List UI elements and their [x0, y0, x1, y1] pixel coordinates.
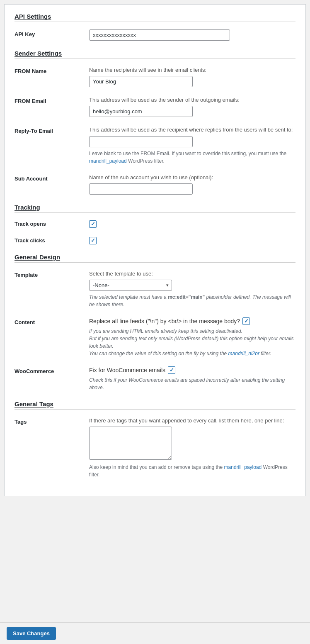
- content-checkbox[interactable]: [242, 317, 250, 325]
- content-notes: If you are sending HTML emails already k…: [89, 327, 295, 357]
- template-row: Template Select the template to use: -No…: [15, 270, 295, 308]
- general-design-title: General Design: [15, 254, 295, 263]
- from-name-row: FROM Name Name the recipients will see i…: [15, 66, 295, 87]
- template-note: The selected template must have a mc:edi…: [89, 293, 295, 308]
- template-select[interactable]: -None-: [89, 280, 172, 291]
- mandrill-payload-link-2[interactable]: mandrill_payload: [224, 464, 262, 470]
- page-wrapper: API Settings API Key Sender Settings FRO…: [0, 4, 310, 525]
- api-key-label: API Key: [15, 29, 89, 37]
- woo-field: Fix for WooCommerce emails Check this if…: [89, 366, 295, 391]
- settings-panel: API Settings API Key Sender Settings FRO…: [4, 4, 306, 496]
- reply-to-input[interactable]: [89, 136, 193, 147]
- sub-account-input[interactable]: [89, 183, 193, 195]
- tags-label: Tags: [15, 417, 89, 425]
- sub-account-field: Name of the sub account you wish to use …: [89, 174, 295, 195]
- tags-row: Tags If there are tags that you want app…: [15, 417, 295, 478]
- sender-settings-title: Sender Settings: [15, 50, 295, 59]
- content-checkbox-wrap: Replace all line feeds ("\n") by <br/> i…: [89, 317, 295, 325]
- tags-hint: If there are tags that you want appended…: [89, 417, 295, 424]
- sub-account-row: Sub Account Name of the sub account you …: [15, 174, 295, 195]
- tags-textarea[interactable]: [89, 427, 172, 460]
- track-clicks-row: Track clicks: [15, 237, 295, 244]
- reply-to-field: This address will be used as the recipie…: [89, 126, 295, 164]
- woo-checkbox-wrap: Fix for WooCommerce emails: [89, 366, 295, 374]
- track-clicks-checkbox[interactable]: [89, 237, 97, 244]
- track-opens-row: Track opens: [15, 220, 295, 228]
- content-label: Content: [15, 317, 89, 325]
- track-opens-label: Track opens: [15, 221, 89, 227]
- reply-to-row: Reply-To Email This address will be used…: [15, 126, 295, 164]
- sub-account-hint: Name of the sub account you wish to use …: [89, 174, 295, 181]
- mandrill-nl2br-link[interactable]: mandrill_nl2br: [228, 351, 259, 356]
- woo-note: Check this if your WooCommerce emails ar…: [89, 376, 295, 391]
- mandrill-payload-link-1[interactable]: mandrill_payload: [89, 158, 127, 164]
- template-select-wrapper: -None- ▾: [89, 280, 172, 291]
- tags-helper: Also keep in mind that you can add or re…: [89, 463, 295, 478]
- woo-label: WooCommerce: [15, 366, 89, 374]
- api-key-input[interactable]: [89, 29, 230, 41]
- reply-to-helper: Leave blank to use the FROM Email. If yo…: [89, 150, 295, 165]
- content-field: Replace all line feeds ("\n") by <br/> i…: [89, 317, 295, 357]
- from-email-row: FROM Email This address will be used as …: [15, 96, 295, 117]
- from-email-label: FROM Email: [15, 96, 89, 104]
- api-key-field: [89, 29, 295, 41]
- tags-field: If there are tags that you want appended…: [89, 417, 295, 478]
- reply-to-label: Reply-To Email: [15, 126, 89, 134]
- tracking-title: Tracking: [15, 204, 295, 213]
- track-opens-checkbox[interactable]: [89, 220, 97, 228]
- reply-to-hint: This address will be used as the recipie…: [89, 126, 295, 134]
- general-tags-title: General Tags: [15, 400, 295, 410]
- track-clicks-label: Track clicks: [15, 237, 89, 244]
- sub-account-label: Sub Account: [15, 174, 89, 182]
- template-label: Template: [15, 270, 89, 278]
- woo-checkbox[interactable]: [168, 366, 175, 374]
- from-name-label: FROM Name: [15, 66, 89, 74]
- from-name-input[interactable]: [89, 76, 193, 87]
- woo-row: WooCommerce Fix for WooCommerce emails C…: [15, 366, 295, 391]
- from-email-hint: This address will be used as the sender …: [89, 96, 295, 104]
- template-hint: Select the template to use:: [89, 270, 295, 278]
- template-note-code: mc:edit="main": [168, 294, 205, 300]
- from-name-hint: Name the recipients will see in their em…: [89, 66, 295, 74]
- content-inline-text: Replace all line feeds ("\n") by <br/> i…: [89, 318, 240, 324]
- content-row: Content Replace all line feeds ("\n") by…: [15, 317, 295, 357]
- api-settings-title: API Settings: [15, 13, 295, 22]
- from-name-field: Name the recipients will see in their em…: [89, 66, 295, 87]
- from-email-field: This address will be used as the sender …: [89, 96, 295, 117]
- api-key-row: API Key: [15, 29, 295, 41]
- from-email-input[interactable]: [89, 106, 193, 117]
- woo-inline-text: Fix for WooCommerce emails: [89, 367, 165, 373]
- template-field: Select the template to use: -None- ▾ The…: [89, 270, 295, 308]
